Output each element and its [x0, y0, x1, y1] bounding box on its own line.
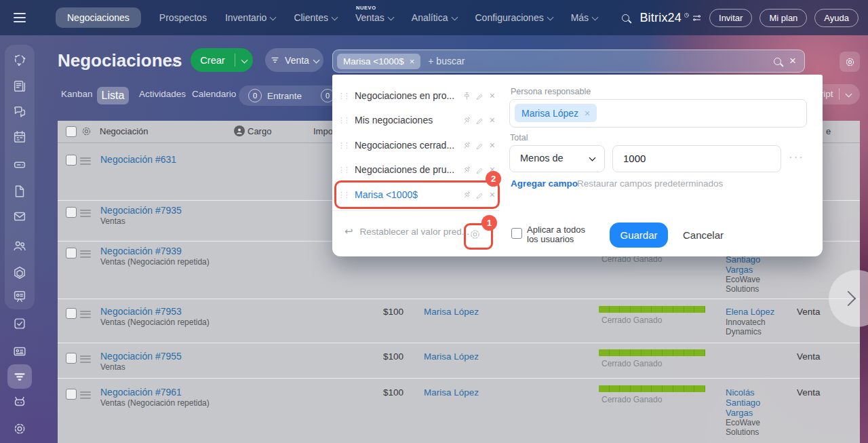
select-all-checkbox[interactable] — [66, 126, 77, 137]
search-icon[interactable] — [774, 58, 781, 65]
chip-close-icon[interactable]: × — [410, 56, 415, 66]
table-settings-gear-icon[interactable] — [81, 126, 92, 139]
chevron-down-icon[interactable] — [846, 91, 852, 98]
sidebar-item-contact-center-icon[interactable] — [12, 344, 27, 359]
nav-item-prospectos[interactable]: Prospectos — [159, 12, 207, 23]
pin-icon[interactable] — [460, 163, 473, 176]
drag-handle-icon[interactable]: ⋮⋮ — [338, 116, 349, 125]
table-row[interactable]: Negociación #7961 Ventas (Negociación re… — [58, 378, 860, 443]
add-field-link[interactable]: Agregar campo — [511, 178, 578, 189]
apply-all-checkbox[interactable] — [511, 228, 522, 239]
drag-handle-icon[interactable]: ⋮⋮ — [338, 141, 349, 150]
company-label[interactable]: EcoWave Solutions — [726, 275, 781, 294]
sidebar-item-automation-robot-icon[interactable] — [12, 394, 27, 409]
deal-link[interactable]: Negociación #7939 — [100, 246, 182, 256]
drag-handle-icon[interactable]: ⋮⋮ — [338, 92, 349, 100]
row-checkbox[interactable] — [66, 207, 77, 218]
active-filter-chip[interactable]: Marisa <1000$ × — [337, 54, 420, 69]
deal-link[interactable]: Negociación #7961 — [100, 387, 182, 398]
column-header-cargo[interactable]: Cargo — [248, 126, 271, 136]
row-menu-icon[interactable] — [80, 208, 91, 218]
row-checkbox[interactable] — [66, 389, 77, 400]
table-row[interactable]: Negociación #7955 Ventas $100 Marisa Lóp… — [58, 343, 860, 378]
create-deal-button[interactable]: Crear — [191, 48, 253, 72]
nav-item-mas[interactable]: Más — [571, 12, 597, 23]
filter-search-bar[interactable]: Marisa <1000$ × + buscar × — [332, 50, 805, 73]
tab-actividades[interactable]: Actividades — [139, 89, 186, 99]
sidebar-item-drive-icon[interactable] — [12, 157, 27, 172]
contact-link[interactable]: Nicolás Santiago Vargas — [726, 387, 781, 418]
sidebar-item-documents-icon[interactable] — [12, 184, 27, 199]
main-menu-hamburger-icon[interactable] — [14, 10, 26, 25]
deal-link[interactable]: Negociación #7953 — [100, 306, 182, 317]
filter-item-label[interactable]: Negociaciones de pru... — [355, 164, 462, 175]
row-menu-icon[interactable] — [80, 248, 91, 259]
saved-filter-item[interactable]: ⋮⋮ Negociaciones de pru... × — [338, 159, 495, 180]
delete-filter-icon[interactable]: × — [490, 140, 495, 151]
company-label[interactable]: EcoWave Solutions — [726, 418, 781, 437]
table-row[interactable]: Negociación #7953 Ventas (Negociación re… — [58, 298, 860, 343]
sidebar-item-messenger-icon[interactable] — [12, 104, 27, 119]
responsible-link[interactable]: Marisa López — [424, 307, 479, 317]
contact-link[interactable]: Elena López — [726, 307, 781, 317]
chip-close-icon[interactable]: × — [585, 108, 590, 119]
sidebar-item-sites-icon[interactable] — [12, 265, 27, 280]
row-menu-icon[interactable] — [80, 309, 91, 320]
deal-link[interactable]: Negociación #7955 — [100, 351, 182, 362]
clear-search-icon[interactable]: × — [789, 54, 796, 68]
row-checkbox[interactable] — [66, 308, 77, 319]
more-options-dots[interactable]: ··· — [789, 151, 804, 164]
cancel-button[interactable]: Cancelar — [683, 229, 724, 241]
view-settings-gear-button[interactable] — [840, 52, 860, 72]
saved-filter-item[interactable]: ⋮⋮ Negociaciones en pro... × — [338, 85, 495, 106]
restore-fields-link[interactable]: Restaurar campos predeterminados — [577, 178, 723, 189]
filter-item-label[interactable]: Negociaciones en pro... — [355, 90, 462, 101]
row-menu-icon[interactable] — [80, 353, 91, 364]
row-menu-icon[interactable] — [80, 389, 91, 400]
company-label[interactable]: Innovatech Dynamics — [726, 317, 781, 336]
row-checkbox[interactable] — [66, 248, 77, 258]
sidebar-item-crm-funnel-icon[interactable] — [12, 369, 27, 384]
column-header-deal[interactable]: Negociación — [100, 126, 149, 136]
pencil-icon[interactable] — [476, 166, 485, 174]
sidebar-item-feed-icon[interactable] — [12, 79, 27, 94]
sidebar-item-calendar-icon[interactable] — [12, 130, 27, 145]
row-menu-icon[interactable] — [80, 155, 91, 166]
nav-item-clientes[interactable]: Clientes — [294, 12, 337, 23]
sidebar-item-mail-icon[interactable] — [12, 209, 27, 224]
delete-filter-icon[interactable]: × — [490, 115, 495, 126]
sidebar-item-tasks-icon[interactable] — [12, 316, 27, 331]
global-search-icon[interactable] — [622, 14, 629, 22]
sidebar-item-settings-gear-icon[interactable] — [12, 421, 27, 436]
pin-icon[interactable] — [460, 139, 473, 151]
sidebar-item-workgroups-icon[interactable] — [12, 238, 27, 253]
pin-icon[interactable] — [460, 114, 473, 126]
responsible-link[interactable]: Marisa López — [424, 387, 479, 398]
drag-handle-icon[interactable]: ⋮⋮ — [338, 166, 349, 174]
delete-filter-icon[interactable]: × — [490, 90, 495, 101]
pencil-icon[interactable] — [476, 116, 485, 125]
reset-default-button[interactable]: ↩ Restablecer al valor pred... — [344, 225, 469, 237]
nav-item-negociaciones[interactable]: Negociaciones — [56, 7, 141, 28]
operator-select[interactable]: Menos de — [509, 145, 605, 172]
my-plan-button[interactable]: Mi plan — [760, 9, 807, 27]
help-button[interactable]: Ayuda — [814, 9, 859, 27]
counter-entrante-label[interactable]: Entrante — [267, 91, 302, 101]
saved-filter-item[interactable]: ⋮⋮ Negociaciones cerrad... × — [338, 135, 495, 155]
responsible-chip[interactable]: Marisa López × — [515, 104, 597, 122]
responsible-link[interactable]: Marisa López — [424, 351, 479, 362]
create-dropdown-chevron[interactable] — [235, 54, 253, 66]
pencil-icon[interactable] — [476, 92, 485, 100]
save-button[interactable]: Guardar — [610, 223, 668, 248]
deal-link[interactable]: Negociación #631 — [100, 154, 176, 165]
nav-item-ventas[interactable]: NUEVOVentas — [355, 12, 393, 23]
amount-input[interactable]: 1000 — [612, 145, 781, 172]
row-checkbox[interactable] — [66, 353, 77, 364]
filter-item-label[interactable]: Negociaciones cerrad... — [355, 140, 462, 151]
edit-title-pencil-icon[interactable] — [171, 57, 181, 70]
row-checkbox[interactable] — [66, 155, 77, 166]
filter-item-label[interactable]: Mis negociaciones — [355, 115, 462, 126]
saved-filter-item[interactable]: ⋮⋮ Mis negociaciones × — [338, 110, 495, 130]
sidebar-item-share-icon[interactable] — [12, 52, 27, 67]
nav-item-inventario[interactable]: Inventario — [225, 12, 275, 23]
